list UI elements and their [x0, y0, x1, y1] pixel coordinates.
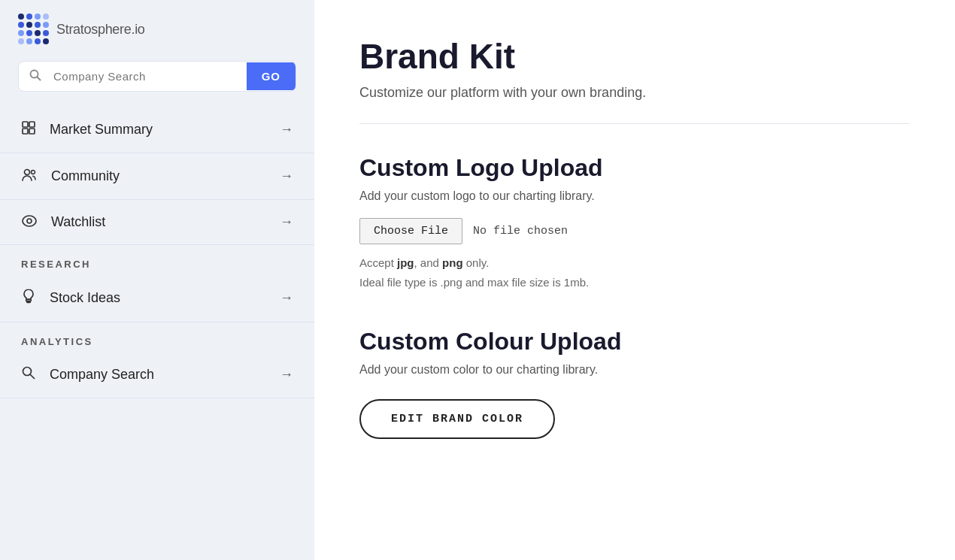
logo-dot	[18, 22, 24, 28]
logo-dot	[35, 38, 41, 44]
arrow-icon: →	[280, 122, 293, 138]
logo-dot	[18, 38, 24, 44]
file-input-row: Choose File No file chosen	[359, 218, 910, 244]
search-nav-icon	[21, 365, 36, 384]
bulb-icon	[21, 288, 36, 308]
svg-point-12	[23, 368, 32, 376]
logo-dot	[43, 22, 49, 28]
main-nav: Market Summary → Community →	[0, 107, 314, 398]
sidebar-item-company-search[interactable]: Company Search →	[0, 352, 314, 398]
svg-point-9	[27, 219, 32, 223]
logo-dot	[26, 22, 32, 28]
svg-point-6	[25, 170, 30, 175]
logo-area: Stratosphere.io	[0, 0, 314, 53]
page-title: Brand Kit	[359, 38, 910, 76]
svg-rect-5	[29, 129, 35, 134]
svg-point-8	[23, 216, 36, 226]
logo-section-title: Custom Logo Upload	[359, 154, 910, 182]
section-divider	[359, 123, 910, 124]
sidebar-item-watchlist[interactable]: Watchlist →	[0, 200, 314, 245]
sidebar-item-market-summary[interactable]: Market Summary →	[0, 107, 314, 153]
edit-brand-color-button[interactable]: EDIT BRAND COLOR	[359, 399, 555, 439]
svg-line-1	[38, 77, 41, 80]
svg-point-7	[32, 171, 35, 174]
section-label-research: RESEARCH	[0, 245, 314, 274]
arrow-icon: →	[280, 367, 293, 383]
file-hint-size: Ideal file type is .png and max file siz…	[359, 274, 910, 292]
svg-rect-10	[26, 300, 32, 301]
file-hint-types: Accept jpg, and png only.	[359, 255, 910, 272]
logo-brand: Stratosphere	[56, 22, 131, 37]
logo-dot	[35, 14, 41, 20]
main-content: Brand Kit Customize our platform with yo…	[314, 0, 955, 560]
hint-jpg: jpg	[397, 256, 414, 269]
page-subtitle: Customize our platform with your own bra…	[359, 85, 910, 101]
logo-tld: .io	[131, 22, 144, 37]
logo-dot	[43, 38, 49, 44]
logo-dots	[18, 14, 49, 44]
logo-dot	[26, 14, 32, 20]
svg-rect-2	[23, 122, 28, 127]
arrow-icon: →	[280, 214, 293, 230]
svg-rect-4	[23, 129, 28, 134]
people-icon	[21, 167, 38, 186]
colour-upload-section: Custom Colour Upload Add your custom col…	[359, 328, 910, 439]
sidebar-item-community[interactable]: Community →	[0, 153, 314, 200]
sidebar-item-label: Stock Ideas	[50, 290, 280, 306]
hint-png: png	[442, 256, 463, 269]
logo-dot	[43, 30, 49, 36]
go-button[interactable]: GO	[247, 62, 296, 90]
search-area: GO	[0, 53, 314, 107]
grid-icon	[21, 120, 36, 139]
logo-upload-section: Custom Logo Upload Add your custom logo …	[359, 154, 910, 292]
sidebar: Stratosphere.io GO	[0, 0, 314, 560]
search-icon	[19, 62, 49, 91]
sidebar-item-label: Company Search	[50, 367, 280, 383]
logo-brand-name: Stratosphere.io	[56, 20, 145, 38]
sidebar-item-label: Community	[51, 168, 280, 184]
sidebar-item-stock-ideas[interactable]: Stock Ideas →	[0, 274, 314, 322]
svg-line-13	[31, 375, 35, 379]
colour-section-desc: Add your custom color to our charting li…	[359, 363, 910, 377]
arrow-icon: →	[280, 168, 293, 184]
section-label-analytics: ANALYTICS	[0, 322, 314, 352]
logo-dot	[18, 14, 24, 20]
colour-section-title: Custom Colour Upload	[359, 328, 910, 356]
logo-dot	[35, 22, 41, 28]
logo-dot	[26, 30, 32, 36]
search-box: GO	[18, 61, 296, 92]
logo-dot	[35, 30, 41, 36]
choose-file-button[interactable]: Choose File	[359, 218, 462, 244]
logo-dot	[26, 38, 32, 44]
logo-section-desc: Add your custom logo to our charting lib…	[359, 189, 910, 203]
eye-icon	[21, 213, 38, 231]
search-input[interactable]	[49, 62, 247, 90]
no-file-label: No file chosen	[473, 225, 568, 238]
svg-rect-3	[29, 122, 35, 127]
sidebar-item-label: Watchlist	[51, 214, 280, 230]
logo-dot	[18, 30, 24, 36]
arrow-icon: →	[280, 290, 293, 306]
sidebar-item-label: Market Summary	[50, 122, 280, 138]
logo-dot	[43, 14, 49, 20]
svg-rect-11	[27, 301, 31, 303]
